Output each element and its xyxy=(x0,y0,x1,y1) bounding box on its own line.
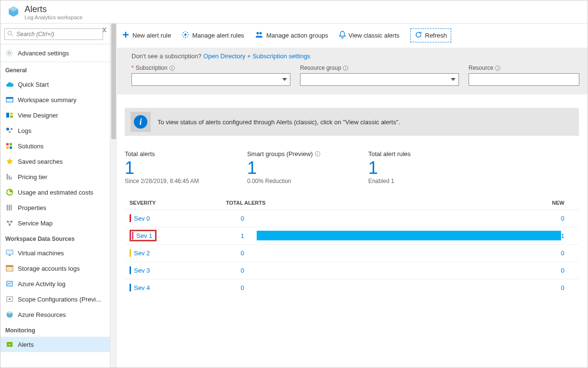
scope-icon xyxy=(5,295,14,303)
table-row[interactable]: Sev 000 xyxy=(125,210,579,227)
cloud-icon xyxy=(5,80,14,88)
sidebar-item[interactable]: Storage accounts logs xyxy=(0,261,110,276)
resource-select[interactable] xyxy=(469,73,579,86)
gear-icon xyxy=(182,31,189,40)
sidebar-item[interactable]: Alerts xyxy=(0,337,110,352)
manage-action-groups-button[interactable]: Manage action groups xyxy=(255,31,328,40)
refresh-icon xyxy=(415,31,422,40)
info-icon[interactable]: i xyxy=(495,66,500,71)
sidebar-item[interactable]: Solutions xyxy=(0,138,110,154)
svg-point-8 xyxy=(6,128,9,131)
total-value: 0 xyxy=(228,215,257,222)
svg-rect-6 xyxy=(10,113,13,115)
sidebar-item[interactable]: Usage and estimated costs xyxy=(0,184,110,200)
svg-rect-32 xyxy=(7,342,13,347)
properties-icon xyxy=(5,204,14,211)
sidebar-item[interactable]: Quick Start xyxy=(0,77,110,92)
nav-item-label: Usage and estimated costs xyxy=(18,189,93,196)
info-banner: i To view status of alerts configured th… xyxy=(125,108,579,136)
table-row[interactable]: Sev 300 xyxy=(125,262,579,279)
nav-item-label: Alerts xyxy=(18,341,34,348)
resource-group-select[interactable] xyxy=(300,73,459,86)
svg-point-35 xyxy=(259,32,261,35)
info-icon[interactable]: i xyxy=(343,66,348,71)
solutions-icon xyxy=(5,142,14,150)
sidebar-item[interactable]: Service Map xyxy=(0,215,110,231)
nav-item-label: Advanced settings xyxy=(18,50,69,57)
page-title: Alerts xyxy=(25,4,82,14)
servicemap-icon xyxy=(5,219,14,227)
people-icon xyxy=(255,31,263,40)
new-alert-rule-button[interactable]: New alert rule xyxy=(122,31,171,40)
open-directory-link[interactable]: Open Directory + Subscription settings xyxy=(203,53,310,60)
sidebar-item[interactable]: Workspace summary xyxy=(0,92,110,107)
vm-icon xyxy=(5,249,14,257)
sidebar-item[interactable]: Azure Resources xyxy=(0,307,110,322)
scrollbar[interactable] xyxy=(110,24,117,368)
sidebar-item[interactable]: Virtual machines xyxy=(0,245,110,261)
nav-section-title: Monitoring xyxy=(0,322,110,337)
sidebar-item[interactable]: Scope Configurations (Previ... xyxy=(0,291,110,307)
stat-total-alerts[interactable]: Total alerts 1 Since 2/28/2019, 8:46:45 … xyxy=(125,150,199,184)
search-input[interactable] xyxy=(4,28,103,40)
svg-rect-29 xyxy=(7,281,13,286)
severity-link[interactable]: Sev 1 xyxy=(136,232,152,239)
sidebar-item[interactable]: Logs xyxy=(0,123,110,138)
total-bar xyxy=(257,231,561,240)
total-bar xyxy=(257,265,561,275)
severity-tick xyxy=(130,284,131,291)
svg-rect-5 xyxy=(6,113,9,118)
svg-point-34 xyxy=(256,32,259,35)
severity-link[interactable]: Sev 4 xyxy=(134,284,150,291)
nav-section-title: General xyxy=(0,62,110,77)
nav-item-label: Workspace summary xyxy=(18,96,77,104)
filter-bar: Don't see a subscription? Open Directory… xyxy=(117,48,588,94)
nav-item-label: Pricing tier xyxy=(18,173,47,181)
svg-rect-26 xyxy=(9,255,11,256)
bell-icon xyxy=(339,31,346,40)
stats-row: Total alerts 1 Since 2/28/2019, 8:46:45 … xyxy=(110,136,588,189)
col-header-severity: Severity xyxy=(130,200,226,206)
nav-item-label: Quick Start xyxy=(18,81,49,88)
info-icon[interactable]: i xyxy=(315,151,320,157)
designer-icon xyxy=(5,111,14,119)
sidebar-item[interactable]: Azure Activity log xyxy=(0,276,110,291)
sidebar-item[interactable]: Saved searches xyxy=(0,154,110,169)
page-subtitle: Log Analytics workspace xyxy=(25,14,82,20)
sidebar-item[interactable]: Pricing tier xyxy=(0,169,110,184)
manage-alert-rules-button[interactable]: Manage alert rules xyxy=(182,31,244,40)
severity-link[interactable]: Sev 2 xyxy=(134,250,150,257)
table-row[interactable]: Sev 111 xyxy=(125,227,579,244)
stat-total-rules[interactable]: Total alert rules 1 Enabled 1 xyxy=(368,150,411,184)
usage-icon xyxy=(5,188,14,196)
col-header-total: Total Alerts xyxy=(226,200,552,206)
sidebar-item[interactable]: Properties xyxy=(0,200,110,215)
toolbar: New alert rule Manage alert rules Manage… xyxy=(110,24,588,48)
view-classic-alerts-button[interactable]: View classic alerts xyxy=(339,31,400,40)
svg-point-33 xyxy=(184,34,186,36)
table-row[interactable]: Sev 400 xyxy=(125,279,579,296)
svg-point-10 xyxy=(9,131,11,133)
nav-item-label: Saved searches xyxy=(18,158,63,165)
nav-item-label: Properties xyxy=(18,204,46,211)
table-row[interactable]: Sev 200 xyxy=(125,244,579,262)
new-value: 0 xyxy=(561,250,574,257)
total-bar xyxy=(257,283,561,292)
new-value: 0 xyxy=(561,215,574,222)
severity-link[interactable]: Sev 0 xyxy=(134,215,150,222)
alerts-icon xyxy=(5,341,14,348)
info-icon[interactable]: i xyxy=(170,66,175,71)
info-icon: i xyxy=(131,112,151,132)
sidebar-item[interactable]: View Designer xyxy=(0,107,110,123)
severity-tick xyxy=(130,214,131,222)
severity-link[interactable]: Sev 3 xyxy=(134,267,150,274)
refresh-button[interactable]: Refresh xyxy=(410,28,452,42)
stat-smart-groups[interactable]: Smart groups (Preview) i 1 0.00% Reducti… xyxy=(247,150,320,184)
new-value: 0 xyxy=(561,267,574,274)
total-bar xyxy=(257,213,561,223)
svg-rect-14 xyxy=(10,146,12,149)
nav-item-label: Azure Activity log xyxy=(18,280,65,288)
subscription-select[interactable] xyxy=(131,73,290,86)
new-value: 0 xyxy=(561,284,574,291)
advanced-settings-link[interactable]: Advanced settings xyxy=(0,44,110,62)
